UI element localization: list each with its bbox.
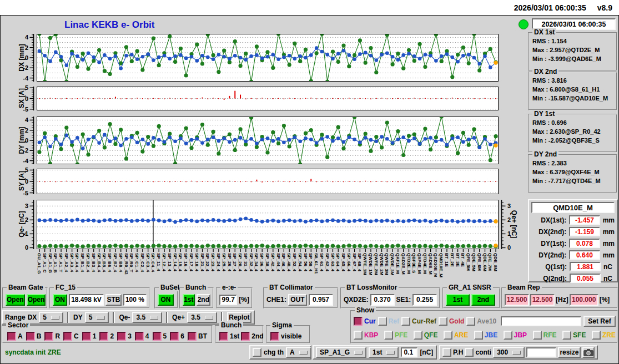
bpm-name-label: QWFE_1M xyxy=(363,253,368,275)
sector-checkbox-B[interactable] xyxy=(26,332,35,341)
sector-item: B xyxy=(26,332,42,341)
fc15-on-button[interactable]: ON xyxy=(53,294,67,306)
show-checkbox-RFE[interactable] xyxy=(533,331,542,340)
bpm-name-label: SP_12_4 xyxy=(162,253,167,271)
svg-text:0: 0 xyxy=(25,54,28,61)
show-label: PFE xyxy=(395,331,407,339)
show-checkbox-JBE[interactable] xyxy=(474,331,483,340)
busel-on-button[interactable]: ON xyxy=(158,294,174,306)
show-label: Cur-Ref xyxy=(412,317,436,325)
show-checkbox-PFE[interactable] xyxy=(384,331,393,340)
dx-chart: -4-2024 xyxy=(24,34,499,87)
show-checkbox-Cur[interactable] xyxy=(354,317,363,326)
bpm-name-label: QXF4E_M xyxy=(417,253,422,274)
chg-th-checkbox[interactable] xyxy=(253,348,261,357)
show-checkbox-SFE[interactable] xyxy=(562,331,571,340)
sigma-checkbox-visible[interactable] xyxy=(270,332,279,341)
sector-checkbox-R[interactable] xyxy=(44,332,53,341)
bpm-name-label: SP_63_4 xyxy=(330,253,335,271)
show-item: QFE xyxy=(414,331,438,340)
range-dx-select[interactable]: 5 xyxy=(39,312,63,323)
stat-row: RMS : 3.816 xyxy=(529,76,616,85)
bpm-name-label: SP_R0_T xyxy=(129,253,134,272)
bpm-name-label: SP_44_4 xyxy=(276,253,281,271)
bt-lossmonitor-group: BT LossMonitor QXD2E: 0.370 SE1: 0.255 xyxy=(340,287,440,309)
sector-checkbox-6[interactable] xyxy=(170,332,179,341)
range-qem-label: Qe- xyxy=(119,314,130,321)
set-ref-button[interactable]: Set Ref xyxy=(583,316,616,327)
bpm-name-label: SP_26_4 xyxy=(227,253,232,271)
bpm-name-label: SP_36_4 xyxy=(259,253,264,271)
window-titlebar: 2026/03/01 06:00:35 v8.9 xyxy=(0,0,619,15)
show-checkbox-Gold[interactable] xyxy=(439,317,447,326)
conti-checkbox[interactable] xyxy=(465,348,474,357)
ref-file-input[interactable] xyxy=(501,316,581,326)
beam-gate-open-button-1[interactable]: Open xyxy=(6,294,25,306)
bpm-select[interactable]: SP_A1_G xyxy=(316,347,366,358)
bunch-checkbox-1st[interactable] xyxy=(219,332,228,341)
show-checkbox-Cur-Ref[interactable] xyxy=(401,317,410,326)
range-qep-select[interactable]: 3.5 xyxy=(187,312,217,323)
beam-gate-title: Beam Gate xyxy=(7,284,45,291)
bunch-2nd-button[interactable]: 2nd xyxy=(197,294,210,306)
sector-label: B xyxy=(37,332,42,340)
sector-checkbox-A[interactable] xyxy=(7,332,16,341)
fc15-title: FC_15 xyxy=(54,284,77,291)
sector-checkbox-2[interactable] xyxy=(99,332,108,341)
resize-button[interactable]: resize xyxy=(558,347,581,358)
show-checkbox-JBP[interactable] xyxy=(504,331,512,340)
ph-checkbox[interactable] xyxy=(442,348,451,357)
sector-checkbox-C[interactable] xyxy=(63,332,72,341)
bpm-name-label: SP_C3_4 xyxy=(145,253,150,272)
beam-gate-open-button-2[interactable]: Open xyxy=(27,294,46,306)
svg-text:-5: -5 xyxy=(23,190,28,196)
bpm-name-label: SP_68_4 xyxy=(357,253,362,271)
gr-a1-2nd-button[interactable]: 2nd xyxy=(471,294,495,306)
stat-box-dx-1st: DX 1stRMS : 1.154Max : 2.957@QTD2E_MMin … xyxy=(528,32,617,71)
bunch-checkbox-2nd[interactable] xyxy=(241,332,250,341)
show-checkbox-Ref[interactable] xyxy=(378,317,387,326)
bpm-name-label: SP_18_4 xyxy=(194,253,199,271)
screenshot-button[interactable] xyxy=(582,347,595,358)
sector-checkbox-1[interactable] xyxy=(82,332,91,341)
show-checkbox-ZRE[interactable] xyxy=(592,331,601,340)
range-qem-select[interactable]: 3.5 xyxy=(132,312,162,323)
show-checkbox-Ave10[interactable] xyxy=(466,317,475,326)
sector-checkbox-5[interactable] xyxy=(153,332,162,341)
bpm-name-label: SP_14_4 xyxy=(173,253,178,271)
range-dx-value: 5 xyxy=(43,314,47,321)
bpm-name-label: SP_A2_4 xyxy=(64,253,69,272)
gr-a1-1st-button[interactable]: 1st xyxy=(446,294,470,306)
extra-input[interactable] xyxy=(526,347,556,357)
bpm-detail-value: -1.159 xyxy=(569,227,600,236)
threshold-input[interactable] xyxy=(401,347,417,357)
stat-row: Max : 2.630@SP_R0_42 xyxy=(529,127,616,136)
show-checkbox-ARE[interactable] xyxy=(444,331,452,340)
stat-row: RMS : 0.696 xyxy=(529,118,616,127)
show-checkbox-QFE[interactable] xyxy=(414,331,422,340)
show-checkbox-KBP[interactable] xyxy=(354,331,363,340)
sector-label: 6 xyxy=(180,332,184,340)
che1-out-button[interactable]: OUT xyxy=(288,294,307,306)
bunch-number-select[interactable]: 1st xyxy=(369,347,399,358)
count-select[interactable]: 300 xyxy=(493,347,525,358)
stat-box-title: DY 1st xyxy=(532,110,556,118)
show-item: RFE xyxy=(533,331,557,340)
show-label: JBE xyxy=(485,331,497,339)
sector-label: 1 xyxy=(93,332,97,340)
bunch-1st-button[interactable]: 1st xyxy=(183,294,195,306)
fc15-stb-button[interactable]: STB xyxy=(105,294,122,306)
chg-th-select[interactable]: A xyxy=(286,347,311,358)
bunch-label: 1st xyxy=(230,332,239,340)
beam-gate-group: Beam Gate Open Open xyxy=(2,287,48,309)
sector-checkbox-BT[interactable] xyxy=(188,332,197,341)
sector-checkbox-4[interactable] xyxy=(135,332,144,341)
fc15-percent-value: 100 % xyxy=(123,294,147,306)
bpm-name-label: SP_31_4 xyxy=(243,253,248,271)
range-dx-label: DX xyxy=(28,314,37,321)
bpm-detail-row: DX(1st):-1.457mm xyxy=(531,214,615,226)
show-label: RFE xyxy=(543,331,557,339)
range-dy-select[interactable]: 5 xyxy=(85,312,109,323)
bpm-name-label: SP_34_4 xyxy=(254,253,259,271)
sector-checkbox-3[interactable] xyxy=(117,332,126,341)
